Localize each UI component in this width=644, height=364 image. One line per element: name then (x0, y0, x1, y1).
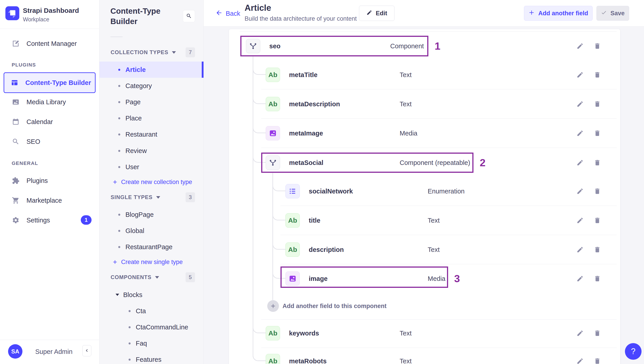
subnav-item-page[interactable]: Page (100, 94, 204, 110)
edit-field-button[interactable] (576, 100, 584, 109)
bullet-icon (118, 85, 120, 87)
delete-field-button[interactable] (593, 42, 602, 51)
component-icon (246, 39, 260, 53)
delete-field-button[interactable] (593, 70, 602, 79)
subnav-item-ctacommandline[interactable]: CtaCommandLine (100, 319, 204, 335)
subnav-item-restaurant[interactable]: Restaurant (100, 126, 204, 142)
field-row-metasocial: metaSocial Component (repeatable) (229, 152, 620, 173)
subnav-item-features[interactable]: Features (100, 351, 204, 364)
chevron-down-icon (156, 196, 160, 199)
edit-field-button[interactable] (576, 245, 584, 254)
edit-field-button[interactable] (576, 216, 584, 225)
link-label: Create new collection type (121, 179, 192, 186)
app-title: Strapi Dashboard (23, 7, 79, 14)
item-label: User (126, 163, 139, 171)
section-single-types[interactable]: SINGLE TYPES (110, 193, 160, 201)
bullet-icon (118, 101, 120, 103)
field-type: Enumeration (428, 188, 464, 195)
delete-field-button[interactable] (593, 329, 602, 338)
save-button[interactable]: Save (596, 6, 629, 21)
text-field-icon: Ab (266, 68, 280, 82)
help-button[interactable]: ? (625, 343, 642, 360)
field-type: Text (400, 100, 412, 108)
sidebar-item-calendar[interactable]: Calendar (6, 112, 94, 132)
field-type: Component (repeatable) (400, 159, 470, 166)
field-name: title (309, 217, 320, 224)
edit-field-button[interactable] (576, 329, 584, 338)
create-collection-type-link[interactable]: +Create new collection type (100, 175, 204, 189)
create-single-type-link[interactable]: +Create new single type (100, 255, 204, 269)
ab-glyph: Ab (268, 329, 277, 337)
field-name: image (309, 275, 328, 282)
settings-notification-badge: 1 (81, 215, 92, 225)
sidebar-item-label: Settings (26, 217, 50, 224)
user-avatar[interactable]: SA (8, 344, 22, 358)
edit-button[interactable]: Edit (359, 6, 394, 21)
section-components[interactable]: COMPONENTS (110, 273, 159, 281)
chevron-left-icon (84, 348, 90, 354)
subnav-item-restaurantpage[interactable]: RestaurantPage (100, 239, 204, 255)
edit-field-button[interactable] (576, 42, 584, 51)
sidebar-item-media-library[interactable]: Media Library (6, 92, 94, 112)
field-name: metaSocial (289, 159, 323, 166)
edit-field-button[interactable] (576, 274, 584, 283)
component-group-blocks[interactable]: Blocks (116, 288, 142, 302)
section-collection-types[interactable]: COLLECTION TYPES (110, 48, 176, 56)
subnav-item-place[interactable]: Place (100, 110, 204, 126)
edit-field-button[interactable] (576, 187, 584, 196)
sidebar-item-label: Calendar (26, 118, 53, 126)
search-button[interactable] (183, 10, 195, 22)
delete-field-button[interactable] (593, 187, 602, 196)
divider (261, 118, 616, 119)
add-field-to-component-label: Add another field to this component (282, 303, 386, 310)
search-seo-icon (12, 137, 20, 146)
media-library-icon (12, 98, 20, 106)
delete-field-button[interactable] (593, 100, 602, 109)
back-link[interactable]: Back (216, 9, 240, 18)
delete-field-button[interactable] (593, 245, 602, 254)
field-name: description (309, 246, 344, 253)
ab-glyph: Ab (288, 246, 297, 253)
item-label: Restaurant (126, 131, 157, 138)
subnav-item-article[interactable]: Article (100, 62, 204, 78)
delete-field-button[interactable] (593, 356, 602, 364)
calendar-icon (12, 118, 20, 126)
delete-field-button[interactable] (593, 129, 602, 138)
sidebar-section-plugins: PLUGINS (12, 62, 36, 68)
sidebar-item-label: Plugins (26, 177, 48, 185)
sidebar-item-content-type-builder[interactable]: Content-Type Builder (4, 72, 96, 93)
sidebar-item-plugins[interactable]: Plugins (6, 171, 94, 191)
subnav-item-global[interactable]: Global (100, 223, 204, 239)
subnav-item-user[interactable]: User (100, 159, 204, 175)
add-another-field-button[interactable]: Add another field (524, 6, 592, 21)
subnav-item-blogpage[interactable]: BlogPage (100, 207, 204, 223)
main-sidebar: Strapi Dashboard Workplace Content Manag… (0, 0, 100, 364)
bullet-icon (118, 117, 120, 119)
subnav-item-review[interactable]: Review (100, 143, 204, 159)
item-label: Cta (136, 307, 146, 315)
sidebar-item-content-manager[interactable]: Content Manager (6, 34, 94, 54)
chevron-down-icon (155, 276, 159, 279)
sidebar-item-seo[interactable]: SEO (6, 132, 94, 151)
back-label: Back (226, 10, 240, 17)
fields-card: 1 2 3 seo Component Ab metaTitle Text Ab… (229, 29, 620, 364)
edit-field-button[interactable] (576, 70, 584, 79)
delete-field-button[interactable] (593, 274, 602, 283)
edit-field-button[interactable] (576, 158, 584, 167)
subnav-item-faq[interactable]: Faq (100, 335, 204, 351)
collapse-sidebar-button[interactable] (82, 345, 91, 356)
plus-circle-icon (267, 300, 279, 312)
sidebar-item-marketplace[interactable]: Marketplace (6, 191, 94, 210)
enumeration-field-icon (286, 184, 300, 199)
subnav-item-category[interactable]: Category (100, 78, 204, 94)
field-type: Text (400, 357, 412, 364)
delete-field-button[interactable] (593, 158, 602, 167)
field-row-metatitle: Ab metaTitle Text (229, 64, 620, 86)
add-field-to-component-button[interactable]: Add another field to this component (229, 295, 620, 317)
edit-field-button[interactable] (576, 129, 584, 138)
user-footer: SA Super Admin (0, 340, 99, 364)
subnav-item-cta[interactable]: Cta (100, 303, 204, 319)
delete-field-button[interactable] (593, 216, 602, 225)
field-type: Text (400, 330, 412, 337)
edit-field-button[interactable] (576, 356, 584, 364)
